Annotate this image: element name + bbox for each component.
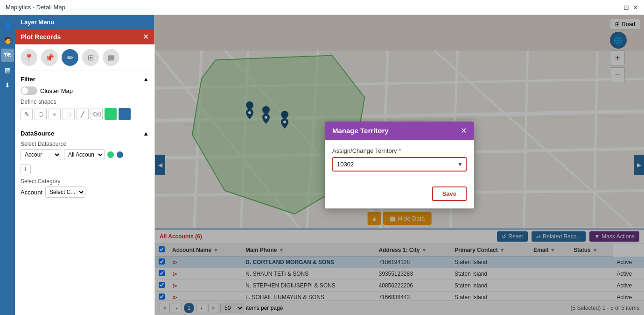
- sidebar-person-icon[interactable]: 👤: [1, 19, 14, 32]
- save-button[interactable]: Save: [432, 186, 467, 201]
- rect-shape-btn[interactable]: □: [63, 108, 75, 120]
- sidebar-user-icon[interactable]: 🧑: [1, 34, 14, 47]
- table-icon[interactable]: ⊞: [82, 49, 99, 66]
- shapes-toolbar: ✎ ⬡ ○ □ ╱ ⌫: [21, 108, 149, 120]
- define-shapes-label: Define shapes: [21, 99, 149, 105]
- datasource-select-1[interactable]: Accour All Accoun: [21, 149, 61, 160]
- manage-territory-modal: Manage Territory ✕ Assign/Change Territo…: [325, 122, 474, 208]
- datasource-label: DataSource: [21, 130, 54, 137]
- datasource-section-title[interactable]: DataSource ▲: [21, 130, 149, 137]
- layer-panel: Layer Menu Plot Records ✕ 📍 📌 ✏ ⊞ ▦ Filt…: [15, 15, 155, 315]
- sidebar-icons: 👤 🧑 🗺 ▤ ⬇: [0, 15, 15, 315]
- required-marker: *: [399, 147, 401, 154]
- territory-select[interactable]: 10302: [332, 157, 467, 172]
- polygon-shape-btn[interactable]: ⬡: [35, 108, 47, 120]
- select-category-label: Select Category: [21, 178, 149, 185]
- filter-label: Filter: [21, 76, 35, 83]
- plot-records-icon-row: 📍 📌 ✏ ⊞ ▦: [15, 44, 154, 71]
- add-datasource-button[interactable]: +: [21, 164, 31, 174]
- pin-icon[interactable]: 📌: [41, 49, 58, 66]
- blue-color-btn[interactable]: [119, 108, 131, 120]
- window-controls: ⊡ ✕: [623, 4, 638, 11]
- layer-menu-header: Layer Menu: [15, 15, 154, 29]
- modal-footer: Save: [325, 186, 474, 208]
- account-category-label: Account: [21, 189, 42, 196]
- modal-body: Assign/Change Territory * 10302 ▼: [325, 140, 474, 186]
- cluster-map-switch[interactable]: [21, 86, 37, 95]
- restore-button[interactable]: ⊡: [623, 4, 629, 11]
- close-window-button[interactable]: ✕: [633, 4, 638, 11]
- category-select[interactable]: Select C...: [45, 186, 85, 198]
- location-icon[interactable]: 📍: [21, 49, 37, 66]
- main-layout: 👤 🧑 🗺 ▤ ⬇ Layer Menu Plot Records ✕ 📍 📌 …: [0, 15, 644, 315]
- green-color-btn[interactable]: [105, 108, 117, 120]
- assign-label-text: Assign/Change Territory: [332, 147, 397, 154]
- pencil-shape-btn[interactable]: ✎: [21, 108, 33, 120]
- sidebar-download-icon[interactable]: ⬇: [1, 79, 14, 92]
- circle-shape-btn[interactable]: ○: [49, 108, 61, 120]
- sidebar-map-icon[interactable]: 🗺: [1, 49, 14, 62]
- plot-records-header: Plot Records ✕: [15, 29, 154, 44]
- modal-header: Manage Territory ✕: [325, 122, 474, 140]
- plot-records-close-button[interactable]: ✕: [143, 33, 149, 41]
- title-bar: Maplytics - Detail Map ⊡ ✕: [0, 0, 644, 15]
- filter-chevron-icon: ▲: [143, 76, 149, 83]
- plot-records-panel: Plot Records ✕ 📍 📌 ✏ ⊞ ▦ Filter ▲: [15, 29, 154, 315]
- modal-overlay: Manage Territory ✕ Assign/Change Territo…: [155, 15, 644, 315]
- layer-menu-title: Layer Menu: [21, 19, 54, 26]
- territory-select-wrapper: 10302 ▼: [332, 157, 467, 172]
- datasource-chevron-icon: ▲: [143, 130, 149, 137]
- line-shape-btn[interactable]: ╱: [77, 108, 89, 120]
- datasource-select-2[interactable]: All Accoun: [64, 149, 105, 160]
- dark-dot-icon: [117, 151, 123, 158]
- app-title: Maplytics - Detail Map: [6, 4, 65, 11]
- edit-icon[interactable]: ✏: [62, 49, 78, 66]
- cluster-map-toggle: Cluster Map: [21, 86, 149, 95]
- datasource-section: DataSource ▲ Select Datasource Accour Al…: [15, 125, 154, 202]
- filter-section: Filter ▲ Cluster Map Define shapes ✎ ⬡ ○…: [15, 71, 154, 125]
- category-row: Account Select C...: [21, 186, 149, 198]
- cluster-map-label: Cluster Map: [40, 87, 73, 94]
- eraser-shape-btn[interactable]: ⌫: [91, 108, 103, 120]
- map-area[interactable]: ◀ ▶ ⊞ Road 🌐 + − All Accounts (6) ↺: [155, 15, 644, 315]
- plot-records-title: Plot Records: [21, 33, 61, 41]
- assign-label: Assign/Change Territory *: [332, 147, 467, 154]
- select-datasource-label: Select Datasource: [21, 141, 149, 147]
- datasource-form-row: Accour All Accoun All Accoun: [21, 149, 149, 160]
- grid-icon[interactable]: ▦: [103, 49, 119, 66]
- modal-close-button[interactable]: ✕: [461, 126, 467, 135]
- green-dot-icon: [107, 151, 114, 158]
- filter-header[interactable]: Filter ▲: [21, 76, 149, 83]
- modal-title: Manage Territory: [332, 127, 389, 135]
- switch-knob: [21, 87, 28, 94]
- sidebar-layers-icon[interactable]: ▤: [1, 64, 14, 77]
